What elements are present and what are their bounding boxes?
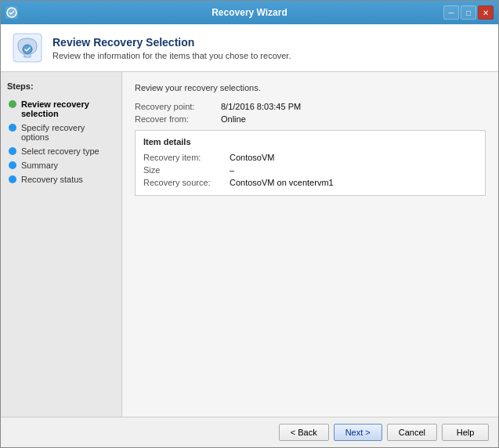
recovery-wizard-window: Recovery Wizard ─ □ ✕ Review Recovery Se… [0,0,499,448]
step-review: Review recovery selection [7,97,115,121]
size-row: Size – [143,164,477,176]
app-icon [5,6,18,19]
size-label: Size [143,165,230,175]
window-title: Recovery Wizard [0,7,499,18]
content-area: Steps: Review recovery selection Specify… [1,72,498,417]
page-subtitle: Review the information for the items tha… [52,51,291,60]
next-button[interactable]: Next > [334,424,382,441]
cancel-button[interactable]: Cancel [387,424,437,441]
maximize-button[interactable]: □ [461,5,476,20]
step-status-label: Recovery status [21,175,83,184]
recovery-item-label: Recovery item: [143,153,230,162]
step-specify-label: Specify recovery options [21,123,114,142]
recover-from-label: Recover from: [135,114,221,124]
help-button[interactable]: Help [442,424,489,441]
header-icon [12,32,43,63]
recovery-source-row: Recovery source: ContosoVM on vcentervm1 [143,176,477,189]
intro-text: Review your recovery selections. [135,83,486,92]
close-button[interactable]: ✕ [478,5,494,20]
step-dot-status [9,175,16,183]
step-status: Recovery status [7,172,115,186]
title-bar: Recovery Wizard ─ □ ✕ [1,1,498,24]
page-header: Review Recovery Selection Review the inf… [1,24,498,72]
recover-from-value: Online [221,114,246,124]
size-value: – [230,165,234,175]
item-details-title: Item details [143,137,477,146]
recovery-item-row: Recovery item: ContosoVM [143,151,477,164]
step-specify: Specify recovery options [7,121,115,144]
step-summary: Summary [7,158,115,172]
item-details-box: Item details Recovery item: ContosoVM Si… [135,130,486,196]
main-panel: Review your recovery selections. Recover… [122,72,498,417]
recovery-item-value: ContosoVM [230,153,274,162]
back-button[interactable]: < Back [279,424,329,441]
step-summary-label: Summary [21,161,58,170]
title-bar-left [5,6,18,19]
step-review-label: Review recovery selection [21,99,114,118]
window-controls: ─ □ ✕ [443,5,494,20]
header-text: Review Recovery Selection Review the inf… [52,36,291,60]
step-dot-select [9,147,16,155]
steps-panel: Steps: Review recovery selection Specify… [1,72,122,417]
item-details-table: Recovery item: ContosoVM Size – Recovery… [143,151,477,189]
page-title: Review Recovery Selection [52,36,291,49]
recovery-point-row: Recovery point: 8/1/2016 8:03:45 PM [135,100,486,113]
recovery-source-value: ContosoVM on vcentervm1 [230,178,334,187]
step-dot-specify [9,124,16,132]
step-dot-review [9,100,16,108]
recover-from-row: Recover from: Online [135,113,486,125]
step-select-label: Select recovery type [21,146,99,156]
recovery-source-label: Recovery source: [143,178,230,187]
footer: < Back Next > Cancel Help [1,417,498,447]
recovery-point-label: Recovery point: [135,102,221,111]
steps-label: Steps: [7,81,115,91]
info-table: Recovery point: 8/1/2016 8:03:45 PM Reco… [135,100,486,125]
step-select: Select recovery type [7,144,115,158]
recovery-point-value: 8/1/2016 8:03:45 PM [221,102,301,111]
step-dot-summary [9,161,16,169]
minimize-button[interactable]: ─ [443,5,459,20]
